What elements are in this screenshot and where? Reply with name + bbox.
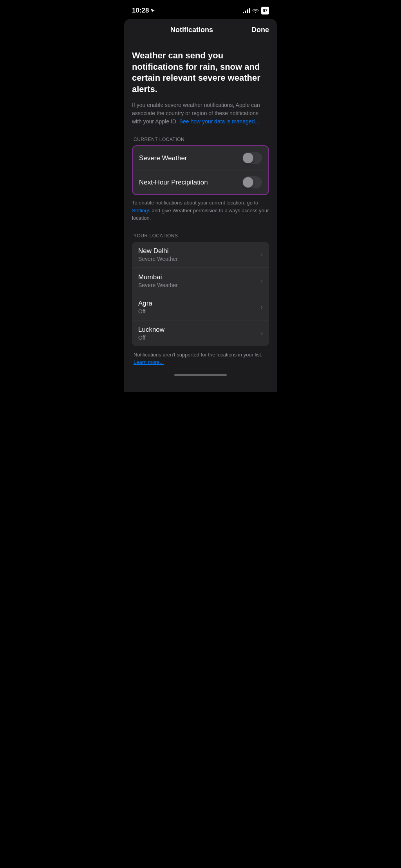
- location-note: To enable notifications about your curre…: [132, 199, 269, 222]
- location-item-agra[interactable]: Agra Off ›: [132, 294, 269, 320]
- mumbai-chevron-icon: ›: [261, 277, 263, 284]
- severe-weather-toggle-row: Severe Weather: [133, 146, 268, 170]
- severe-weather-thumb: [243, 153, 253, 163]
- main-container: Notifications Done Weather can send you …: [124, 19, 277, 392]
- done-button[interactable]: Done: [251, 26, 269, 34]
- severe-weather-toggle[interactable]: [242, 152, 262, 164]
- new-delhi-status: Severe Weather: [138, 256, 178, 262]
- nav-bar: Notifications Done: [124, 19, 277, 39]
- precipitation-label: Next-Hour Precipitation: [139, 179, 208, 186]
- location-item-lucknow[interactable]: Lucknow Off ›: [132, 320, 269, 346]
- your-locations-section-label: YOUR LOCATIONS: [132, 233, 269, 239]
- status-bar: 10:28 97: [124, 0, 277, 19]
- locations-list: New Delhi Severe Weather › Mumbai Severe…: [132, 242, 269, 346]
- location-item-mumbai[interactable]: Mumbai Severe Weather ›: [132, 268, 269, 294]
- learn-more-link[interactable]: Learn more...: [134, 359, 164, 365]
- battery-icon: 97: [261, 7, 269, 14]
- sub-description: If you enable severe weather notificatio…: [132, 101, 269, 126]
- current-location-section-label: CURRENT LOCATION: [132, 137, 269, 142]
- lucknow-chevron-icon: ›: [261, 330, 263, 337]
- agra-status: Off: [138, 308, 152, 315]
- lucknow-status: Off: [138, 335, 164, 341]
- agra-title: Agra: [138, 300, 152, 307]
- lucknow-title: Lucknow: [138, 326, 164, 334]
- signal-bars-icon: [243, 8, 250, 13]
- new-delhi-title: New Delhi: [138, 247, 178, 255]
- new-delhi-chevron-icon: ›: [261, 251, 263, 258]
- wifi-icon: [252, 8, 259, 13]
- location-arrow-icon: [150, 8, 155, 13]
- home-indicator: [174, 374, 227, 376]
- precipitation-thumb: [243, 177, 253, 188]
- precipitation-toggle[interactable]: [242, 176, 262, 188]
- agra-chevron-icon: ›: [261, 304, 263, 311]
- settings-link[interactable]: Settings: [132, 208, 150, 213]
- new-delhi-content: New Delhi Severe Weather: [138, 247, 178, 262]
- mumbai-content: Mumbai Severe Weather: [138, 273, 178, 288]
- location-item-new-delhi[interactable]: New Delhi Severe Weather ›: [132, 242, 269, 268]
- agra-content: Agra Off: [138, 300, 152, 315]
- precipitation-toggle-row: Next-Hour Precipitation: [133, 170, 268, 194]
- bottom-note: Notifications aren't supported for the l…: [132, 346, 269, 366]
- status-icons: 97: [243, 7, 269, 14]
- mumbai-title: Mumbai: [138, 273, 178, 281]
- data-management-link[interactable]: See how your data is managed...: [179, 118, 260, 125]
- page-title: Notifications: [132, 26, 251, 34]
- severe-weather-label: Severe Weather: [139, 154, 187, 162]
- status-time: 10:28: [132, 7, 155, 14]
- main-description: Weather can send you notifications for r…: [132, 50, 269, 95]
- lucknow-content: Lucknow Off: [138, 326, 164, 341]
- mumbai-status: Severe Weather: [138, 282, 178, 288]
- current-location-toggle-group: Severe Weather Next-Hour Precipitation: [132, 145, 269, 195]
- content-area: Weather can send you notifications for r…: [124, 39, 277, 366]
